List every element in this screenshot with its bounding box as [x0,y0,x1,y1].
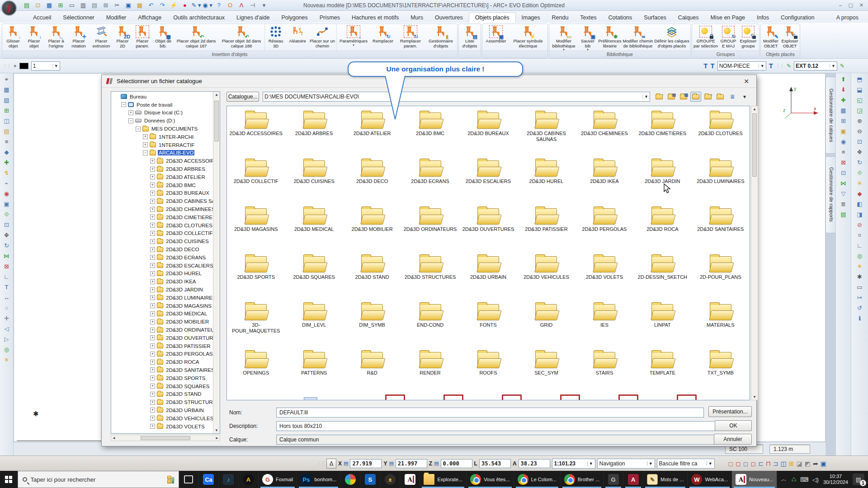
tree-toggle-icon[interactable]: + [150,295,155,300]
tree-item[interactable]: +Disque local (C:) [111,109,220,117]
tab-surfaces[interactable]: Surfaces [638,13,672,23]
ribbon-tool-placer-objet-2d-dans-calque-187[interactable]: ↶Placer objet 2d dans calque 187 [174,24,219,51]
folder-page-icon[interactable]: ▤ [666,92,677,102]
catalogue-folder[interactable]: 2D&3D HUREL [517,156,575,204]
tree-item[interactable]: +2D&3D SPORTS [111,374,220,382]
minimize-button[interactable]: – [839,2,842,8]
tree-toggle-icon[interactable]: + [150,231,155,236]
ribbon-tool-placer-2d[interactable]: 2DPlacer 2D [113,24,132,51]
table-icon[interactable]: ⊞ [56,1,66,10]
tree-toggle-icon[interactable]: + [150,183,155,188]
target-icon[interactable]: ◉ [1,188,12,199]
layer-down-icon[interactable]: ⬇ [838,84,849,95]
tree-toggle-icon[interactable]: + [150,360,155,365]
new-document-icon[interactable]: ▤ [22,1,32,10]
layer-filter-icon[interactable]: ▽ [838,188,849,199]
cube-front-icon[interactable]: ◻ [736,460,741,467]
ribbon-tool-placer-symbole-lectrique[interactable]: ⚡Placer symbole électrique [509,24,547,51]
tree-item[interactable]: +2D&3D VEHICULES [111,414,220,422]
search-folder-icon[interactable]: ○ [703,92,713,102]
tab-s-lectionner[interactable]: Sélectionner [57,13,100,23]
tree-toggle-icon[interactable]: + [150,335,155,340]
catalogue-folder[interactable]: PATTERNS [285,347,343,395]
signature-icon[interactable]: Λ [236,1,246,10]
taskbar-search[interactable]: Taper ici pour rechercher [18,471,179,488]
closed-folder-icon[interactable] [715,92,726,102]
tab-affichage[interactable]: Affichage [132,13,167,23]
tab-outils-architecturaux[interactable]: Outils architecturaux [167,13,231,23]
panel-tab-gestionnaire-de-rapports[interactable]: Gestionnaire de rapports [826,156,835,233]
cube-iso-icon[interactable]: ◻ [750,460,756,467]
catalogue-folder[interactable]: 2D&3D ESCALIERS [459,156,517,204]
layer-copy-icon[interactable]: ⊡ [838,168,849,178]
clamp-right-icon[interactable]: ⊐ [773,460,778,467]
layer-merge-icon[interactable]: ⋈ [838,178,849,188]
app-arcplus-active[interactable]: ANouveau... [732,471,777,488]
catalogue-button[interactable]: Catalogue... [226,92,259,102]
ribbon-tool-placer-param-[interactable]: ↓Placer param. [132,24,153,51]
layer-grid-icon[interactable]: ⊞ [838,116,849,126]
catalogue-folder[interactable]: MATERIALS [692,300,750,347]
tab-modifier[interactable]: Modifier [100,13,132,23]
view-front-icon[interactable]: ⬓ [854,84,865,95]
app-access[interactable]: A [623,471,643,488]
tab-hachures-et-motifs[interactable]: Hachures et motifs [346,13,405,23]
ribbon-tool-sauver-bib[interactable]: ▣Sauver bib▾ [578,24,598,51]
tree-toggle-icon[interactable]: + [150,159,155,164]
coord-field-y[interactable]: 21.997 [396,459,427,468]
view-menu-icon[interactable]: ◉ ▾ [203,1,212,10]
ribbon-tool-placer-rotation[interactable]: ✛Placer rotation [68,24,90,51]
tree-toggle-icon[interactable]: + [143,134,148,139]
cut-icon[interactable]: ✂ [112,1,122,10]
layer-tag-icon[interactable]: ⊠ [838,157,849,168]
catalogue-folder[interactable]: 2D&3D CABINES SAUNAS [517,108,575,156]
catalogue-folder[interactable]: RENDER [401,347,459,395]
catalogue-folder[interactable]: 2D&3D IKEA [576,156,633,204]
ribbon-tool-placer-objet-3d-dans-calque-188[interactable]: ↶Placer objet 3d dans calque 188 [219,24,264,51]
ribbon-tool-modifier-chemin-de-biblioth-que[interactable]: ≍Modifier chemin de bibliothèque [622,24,654,51]
ribbon-tool-assembler[interactable]: ▣Assembler [483,24,509,51]
tree-toggle-icon[interactable]: + [150,400,155,405]
views-caret-icon[interactable]: ▾ [739,92,750,102]
sun2-icon[interactable]: ☀ [854,261,865,272]
undo-icon[interactable]: ↶ [146,1,156,10]
nom-field[interactable]: DEFAULT.lll [276,408,704,418]
tab-rendu[interactable]: Rendu [546,13,575,23]
document-info-icon[interactable]: ▤ [90,1,99,10]
catalogue-folder[interactable]: 2D&3D STRUCTURES [401,252,459,300]
layer-eye-icon[interactable]: ◉ [838,136,849,147]
catalogue-folder[interactable]: 2D&3D CUISINES [285,156,343,204]
list-vertical-scrollbar[interactable]: ▲ ▼ [751,106,758,400]
pen-edit-icon[interactable]: ✎ [840,63,844,69]
catalogue-folder[interactable]: 2D&3D URBAIN [459,252,517,300]
ribbon-tool-liste-d-objets[interactable]: ▤Liste d'objets [459,24,480,51]
catalogue-folder[interactable]: IES [576,300,633,347]
ribbon-tool-al-atoire[interactable]: Aléatoire [286,24,309,51]
prev-icon[interactable]: ◁ [1,324,12,334]
tree-toggle-icon[interactable]: + [150,343,155,348]
viewport-2-icon[interactable]: ◫ [781,460,787,467]
panel-tab-gestionnaire-de-calques[interactable]: Gestionnaire de calques [826,77,835,154]
ribbon-tool-objet-de-bib-[interactable]: ▦Objet de bib. [153,24,174,51]
ribbon-tool-gestionnaire-d-objets[interactable]: ▮Gestionnaire d'objets [425,24,457,51]
exit-icon[interactable]: ⊣ [248,1,258,10]
copy-icon[interactable]: ⊡ [1,220,12,230]
tree-toggle-icon[interactable]: + [150,167,155,172]
catalogue-folder[interactable]: DIM_LEVL [285,300,343,347]
tray-network-icon[interactable]: ⌨ [800,476,809,483]
layer-add-icon[interactable]: ✚ [838,95,849,105]
calque-field[interactable]: Calque commun [276,435,735,445]
bolt-icon[interactable]: ↯ [1,168,12,178]
light-icon[interactable]: ✳ [854,178,865,188]
app-amazon-music[interactable]: ♪ [219,471,239,488]
tree-item[interactable]: +1NTER-ARCHI [111,133,220,141]
window-icon[interactable]: ◫ [1,116,12,126]
tree-toggle-icon[interactable]: + [150,271,155,276]
app-arcplus[interactable]: A [400,471,420,488]
catalogue-folder[interactable]: GRID [517,300,575,347]
tree-item[interactable]: +2D&3D CLOTURES [111,221,220,230]
app-notes[interactable]: ✎Mots de ... [643,471,688,488]
app-chrome-3[interactable]: Brother ... [561,471,604,488]
snap-icon[interactable]: ⊞ [1,105,12,116]
cube-back-icon[interactable]: ◻ [743,460,749,467]
